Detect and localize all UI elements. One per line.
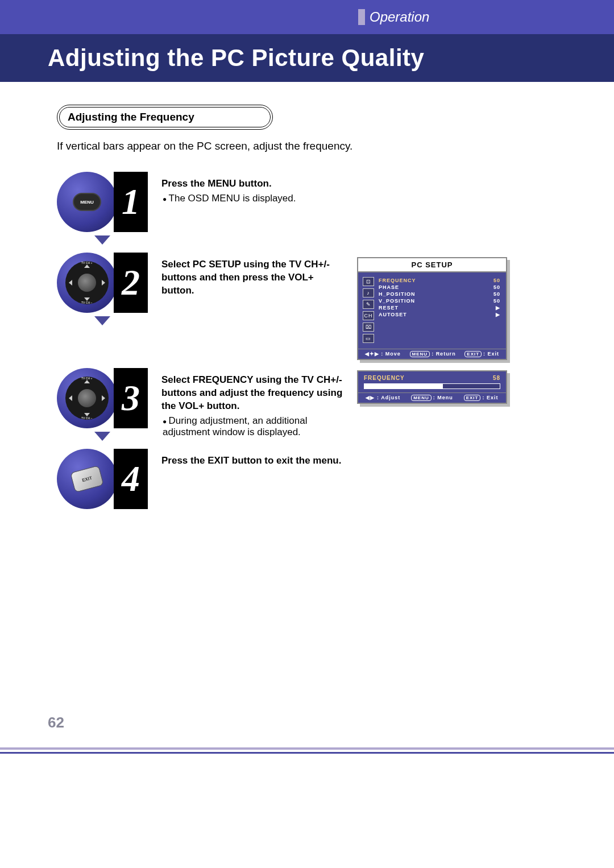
down-arrow-icon	[94, 432, 110, 441]
section-name: Operation	[370, 9, 429, 25]
remote-dpad: TV CH + TV CH – 3	[57, 368, 148, 428]
step-number: 3	[114, 368, 148, 428]
footer-rule-dark	[0, 752, 614, 754]
step-heading: Select PC SETUP using the TV CH+/- butto…	[161, 258, 343, 297]
step-number: 4	[114, 449, 148, 509]
step-heading: Press the MENU button.	[161, 177, 343, 191]
title-band: Adjusting the PC Picture Quality	[0, 34, 614, 82]
subheading-pill: Adjusting the Frequency	[57, 105, 273, 130]
exit-button-icon: EXIT	[70, 465, 104, 493]
step-number: 2	[114, 253, 148, 313]
page-title: Adjusting the PC Picture Quality	[48, 44, 614, 72]
step-row: EXIT 4 Press the EXIT button to exit the…	[57, 449, 566, 509]
content-area: Adjusting the Frequency If vertical bars…	[0, 82, 614, 509]
subheading-text: Adjusting the Frequency	[68, 111, 194, 123]
osd-slider-fill	[364, 384, 443, 388]
step-heading: Select FREQUENCY using the TV CH+/- butt…	[161, 374, 343, 413]
header-accent-bar	[358, 9, 365, 25]
osd-category-icons: ⊡♪✎CH⌧▭	[363, 277, 374, 343]
remote-exit-button: EXIT 4	[57, 449, 148, 509]
step-bullet: The OSD MENU is displayed.	[163, 193, 343, 204]
dpad-down-label: TV CH –	[81, 416, 92, 420]
header-band: Operation	[0, 0, 614, 34]
page-footer: 62	[0, 714, 614, 743]
footer-rule-light	[0, 747, 614, 750]
osd-footer-hints: ◀▶ : Adjust MENU: Menu EXIT: Exit	[358, 392, 506, 403]
remote-dpad: TV CH + TV CH – 2	[57, 253, 148, 313]
osd-frequency-adjust-panel: FREQUENCY58 ◀▶ : Adjust MENU: Menu EXIT:…	[357, 370, 507, 404]
dpad-down-label: TV CH –	[81, 301, 92, 304]
step-row: TV CH + TV CH – 3 Select FREQUENCY using…	[57, 368, 566, 441]
down-arrow-icon	[94, 316, 110, 325]
intro-text: If vertical bars appear on the PC screen…	[57, 140, 566, 152]
remote-menu-button: MENU 1	[57, 172, 148, 232]
osd-pc-setup-panel: PC SETUP ⊡♪✎CH⌧▭ FREQUENCY50 PHASE50 H_P…	[357, 257, 507, 360]
osd-title: PC SETUP	[358, 258, 506, 272]
step-bullet: During adjustment, an additional adjustm…	[163, 415, 343, 438]
step-number: 1	[114, 172, 148, 232]
step-row: TV CH + TV CH – 2 Select PC SETUP using …	[57, 253, 566, 360]
menu-button-icon: MENU	[73, 193, 101, 211]
step-row: MENU 1 Press the MENU button. The OSD ME…	[57, 172, 566, 245]
osd-list: FREQUENCY50 PHASE50 H_POSITION50 V_POSIT…	[379, 277, 500, 343]
osd-slider-bar	[364, 383, 500, 389]
down-arrow-icon	[94, 235, 110, 245]
osd-footer-hints: ◀✦▶ : Move MENU: Return EXIT: Exit	[358, 349, 506, 359]
step-heading: Press the EXIT button to exit the menu.	[161, 454, 343, 468]
page-number: 62	[48, 714, 614, 731]
